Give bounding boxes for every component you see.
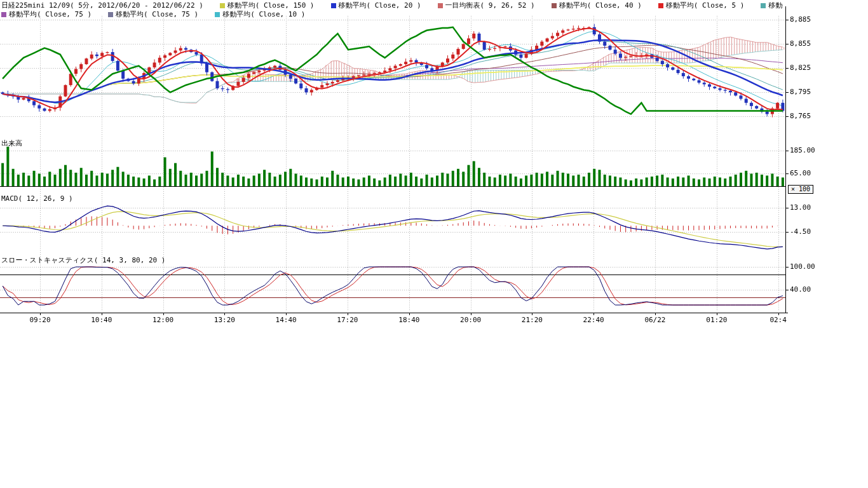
legend-label: 移動平均( Close, 25 ) [768, 1, 783, 10]
legend: 日経225mini 12/09( 5分, 2012/06/20 - 2012/0… [1, 1, 783, 19]
legend-label: 一目均衡表( 9, 26, 52 ) [445, 1, 535, 10]
legend-item: 移動平均( Close, 20 ) [331, 1, 421, 10]
legend-swatch-icon [438, 3, 443, 8]
legend-swatch-icon [658, 3, 663, 8]
legend-label: 移動平均( Close, 40 ) [559, 1, 642, 10]
legend-item: 日経225mini 12/09( 5分, 2012/06/20 - 2012/0… [1, 1, 203, 10]
legend-label: 移動平均( Close, 75 ) [9, 10, 92, 18]
macd-panel-title: MACD( 12, 26, 9 ) [1, 194, 73, 203]
volume-multiplier-badge: × 100 [788, 185, 813, 194]
legend-item: 移動平均( Close, 75 ) [1, 10, 92, 18]
legend-item: 移動平均( Close, 5 ) [658, 1, 744, 10]
legend-swatch-icon [761, 3, 766, 8]
legend-label: 移動平均( Close, 5 ) [666, 1, 744, 10]
legend-label: 日経225mini 12/09( 5分, 2012/06/20 - 2012/0… [1, 1, 203, 10]
volume-panel-title: 出来高 [1, 139, 22, 148]
legend-item: 移動平均( Close, 25 ) [761, 1, 783, 10]
legend-row-2: 移動平均( Close, 75 )移動平均( Close, 75 )移動平均( … [1, 10, 783, 19]
chart-application-window: 日経225mini 12/09( 5分, 2012/06/20 - 2012/0… [0, 0, 868, 488]
legend-label: 移動平均( Close, 10 ) [222, 10, 305, 18]
legend-label: 移動平均( Close, 75 ) [116, 10, 198, 18]
legend-item: 移動平均( Close, 40 ) [552, 1, 642, 10]
legend-swatch-icon [220, 3, 225, 8]
legend-item: 移動平均( Close, 150 ) [220, 1, 315, 10]
legend-swatch-icon [552, 3, 557, 8]
legend-row-1: 日経225mini 12/09( 5分, 2012/06/20 - 2012/0… [1, 1, 783, 10]
legend-swatch-icon [331, 3, 336, 8]
stochastics-panel-title: スロー・ストキャスティクス( 14, 3, 80, 20 ) [1, 255, 165, 265]
legend-swatch-icon [108, 12, 113, 17]
legend-label: 移動平均( Close, 20 ) [339, 1, 421, 10]
legend-item: 一目均衡表( 9, 26, 52 ) [438, 1, 535, 10]
chart-canvas[interactable] [0, 0, 868, 488]
legend-item: 移動平均( Close, 10 ) [215, 10, 305, 18]
legend-label: 移動平均( Close, 150 ) [227, 1, 315, 10]
legend-swatch-icon [215, 12, 220, 17]
legend-item: 移動平均( Close, 75 ) [108, 10, 198, 18]
legend-swatch-icon [1, 12, 6, 17]
